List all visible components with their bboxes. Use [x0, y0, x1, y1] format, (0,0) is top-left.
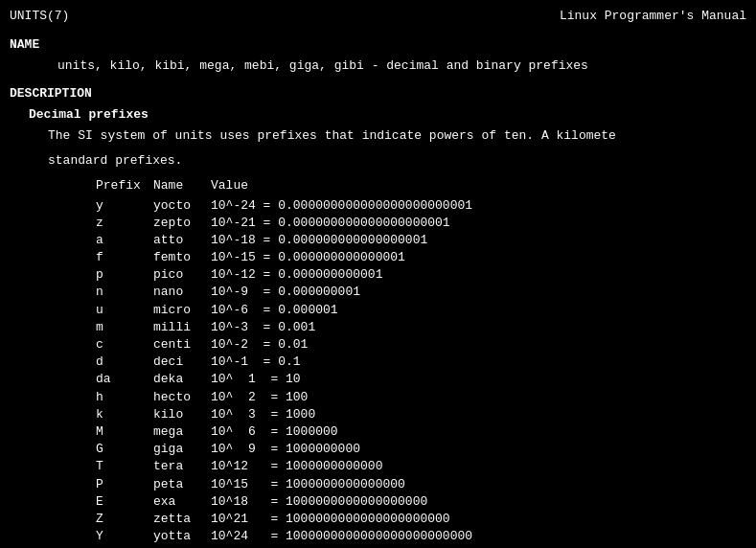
cell-value: 10^-1 = 0.1: [211, 354, 746, 371]
cell-name: peta: [153, 476, 211, 493]
col-header-value: Value: [211, 177, 746, 194]
cell-name: femto: [153, 249, 211, 266]
cell-value: 10^-18 = 0.000000000000000001: [211, 232, 746, 249]
col-header-prefix: Prefix: [96, 177, 153, 194]
table-row: ppico10^-12 = 0.000000000001: [96, 266, 746, 284]
table-row: aatto10^-18 = 0.000000000000000001: [96, 232, 746, 249]
cell-name: zetta: [153, 511, 211, 528]
table-row: Ppeta10^15 = 1000000000000000: [96, 476, 746, 493]
cell-name: atto: [153, 232, 211, 249]
cell-value: 10^-3 = 0.001: [211, 319, 746, 336]
table-body: yyocto10^-24 = 0.00000000000000000000000…: [96, 197, 746, 546]
table-row: ffemto10^-15 = 0.000000000000001: [96, 249, 746, 266]
cell-value: 10^-21 = 0.000000000000000000001: [211, 215, 746, 232]
cell-value: 10^15 = 1000000000000000: [211, 476, 746, 493]
cell-value: 10^18 = 1000000000000000000: [211, 493, 746, 511]
cell-prefix: da: [96, 371, 153, 388]
decimal-prefixes-label: Decimal prefixes: [10, 106, 746, 124]
header-left: UNITS(7): [10, 8, 69, 25]
cell-value: 10^21 = 1000000000000000000000: [211, 511, 746, 528]
description-label: DESCRIPTION: [10, 85, 746, 103]
cell-name: mega: [153, 423, 211, 441]
table-row: nnano10^-9 = 0.000000001: [96, 284, 746, 301]
cell-prefix: p: [96, 266, 153, 284]
cell-value: 10^-12 = 0.000000000001: [211, 266, 746, 284]
description-para2: standard prefixes.: [10, 152, 746, 170]
cell-prefix: G: [96, 441, 153, 458]
cell-name: centi: [153, 336, 211, 354]
cell-value: 10^-24 = 0.000000000000000000000001: [211, 197, 746, 215]
header: UNITS(7) Linux Programmer's Manual: [10, 8, 746, 25]
cell-prefix: f: [96, 249, 153, 266]
table-row: zzepto10^-21 = 0.000000000000000000001: [96, 215, 746, 232]
cell-value: 10^24 = 1000000000000000000000000: [211, 528, 746, 545]
cell-name: deci: [153, 354, 211, 371]
cell-value: 10^12 = 1000000000000: [211, 458, 746, 475]
cell-value: 10^-9 = 0.000000001: [211, 284, 746, 301]
cell-prefix: m: [96, 319, 153, 336]
cell-prefix: n: [96, 284, 153, 301]
cell-prefix: y: [96, 197, 153, 215]
header-right: Linux Programmer's Manual: [560, 8, 746, 25]
cell-name: milli: [153, 319, 211, 336]
cell-name: exa: [153, 493, 211, 511]
cell-value: 10^-15 = 0.000000000000001: [211, 249, 746, 266]
cell-prefix: Y: [96, 528, 153, 545]
cell-prefix: u: [96, 302, 153, 319]
table-row: yyocto10^-24 = 0.00000000000000000000000…: [96, 197, 746, 215]
cell-value: 10^-2 = 0.01: [211, 336, 746, 354]
cell-prefix: T: [96, 458, 153, 475]
cell-prefix: k: [96, 406, 153, 423]
cell-value: 10^ 2 = 100: [211, 389, 746, 406]
table-row: Ggiga10^ 9 = 1000000000: [96, 441, 746, 458]
name-content: units, kilo, kibi, mega, mebi, giga, gib…: [10, 57, 746, 75]
col-header-name: Name: [153, 177, 211, 194]
cell-value: 10^ 6 = 1000000: [211, 423, 746, 441]
cell-name: yotta: [153, 528, 211, 545]
table-row: Zzetta10^21 = 1000000000000000000000: [96, 511, 746, 528]
cell-value: 10^ 3 = 1000: [211, 406, 746, 423]
prefix-table: Prefix Name Value yyocto10^-24 = 0.00000…: [10, 177, 746, 545]
table-row: Ttera10^12 = 1000000000000: [96, 458, 746, 475]
cell-prefix: P: [96, 476, 153, 493]
table-row: umicro10^-6 = 0.000001: [96, 302, 746, 319]
table-row: ccenti10^-2 = 0.01: [96, 336, 746, 354]
cell-value: 10^-6 = 0.000001: [211, 302, 746, 319]
table-row: mmilli10^-3 = 0.001: [96, 319, 746, 336]
cell-name: tera: [153, 458, 211, 475]
cell-value: 10^ 9 = 1000000000: [211, 441, 746, 458]
table-row: Mmega10^ 6 = 1000000: [96, 423, 746, 441]
cell-prefix: z: [96, 215, 153, 232]
cell-name: kilo: [153, 406, 211, 423]
cell-prefix: h: [96, 389, 153, 406]
cell-name: yocto: [153, 197, 211, 215]
cell-name: zepto: [153, 215, 211, 232]
cell-value: 10^ 1 = 10: [211, 371, 746, 388]
cell-prefix: M: [96, 423, 153, 441]
table-row: hhecto10^ 2 = 100: [96, 389, 746, 406]
description-para1: The SI system of units uses prefixes tha…: [10, 127, 746, 145]
table-row: dadeka10^ 1 = 10: [96, 371, 746, 388]
cell-name: nano: [153, 284, 211, 301]
cell-name: deka: [153, 371, 211, 388]
name-section-label: NAME: [10, 36, 746, 54]
table-row: Yyotta10^24 = 1000000000000000000000000: [96, 528, 746, 545]
cell-name: micro: [153, 302, 211, 319]
table-row: kkilo10^ 3 = 1000: [96, 406, 746, 423]
cell-prefix: Z: [96, 511, 153, 528]
cell-name: hecto: [153, 389, 211, 406]
table-header-row: Prefix Name Value: [96, 177, 746, 194]
cell-prefix: a: [96, 232, 153, 249]
cell-name: giga: [153, 441, 211, 458]
cell-name: pico: [153, 266, 211, 284]
cell-prefix: c: [96, 336, 153, 354]
cell-prefix: d: [96, 354, 153, 371]
table-row: Eexa10^18 = 1000000000000000000: [96, 493, 746, 511]
table-row: ddeci10^-1 = 0.1: [96, 354, 746, 371]
cell-prefix: E: [96, 493, 153, 511]
